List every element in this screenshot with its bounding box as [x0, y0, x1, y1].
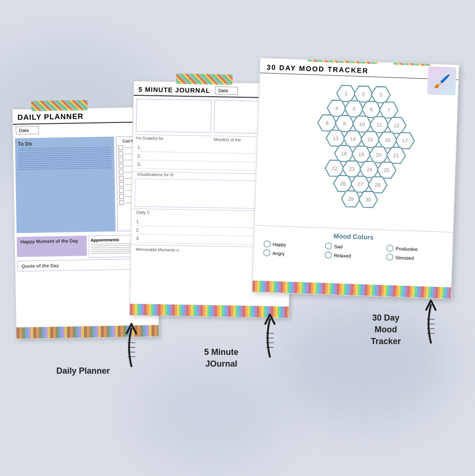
mood-tracker-label-line3: Tracker	[371, 337, 401, 346]
hex-22: 22	[325, 160, 344, 177]
relaxed-label: Relaxed	[334, 253, 351, 258]
hex-15: 15	[360, 131, 380, 147]
svg-text:22: 22	[331, 165, 337, 171]
hex-23: 23	[342, 161, 361, 177]
happy-hex-icon	[263, 240, 271, 248]
mt-mood-angry: Angry	[263, 249, 320, 258]
mt-tape-2	[393, 58, 431, 66]
mt-mood-colors-grid: Happy Sad Productive Angry Relaxed Str	[263, 240, 443, 262]
svg-text:25: 25	[383, 167, 390, 173]
dp-checkbox	[119, 194, 124, 199]
dp-date-label: Date	[15, 126, 38, 135]
relaxed-hex-icon	[324, 251, 332, 259]
hex-3: 3	[371, 86, 391, 103]
dp-checkbox	[119, 170, 123, 175]
hex-grid-svg: 1 2 3 4 5 6	[264, 78, 447, 225]
svg-text:15: 15	[368, 137, 374, 142]
mt-hex-grid: 1 2 3 4 5 6	[254, 73, 458, 232]
dp-happy-moment-section: Happy Moment of the Day	[16, 236, 86, 257]
hex-1: 1	[337, 85, 356, 101]
svg-text:29: 29	[348, 196, 354, 201]
svg-text:27: 27	[357, 181, 363, 187]
hex-24: 24	[360, 161, 379, 177]
dp-checkbox	[118, 146, 123, 150]
svg-marker-63	[264, 249, 270, 256]
dp-todo-section: To Do	[15, 137, 115, 233]
productive-hex-icon	[386, 244, 394, 252]
journal-date-label: Date	[215, 86, 238, 95]
mood-tracker-arrow	[417, 296, 445, 349]
mood-tracker-card: 🖌️ 30 DAY MOOD TRACKER 1 2 3 4	[252, 58, 459, 299]
hex-30: 30	[359, 191, 378, 207]
dp-checkbox	[119, 164, 123, 169]
mt-mood-sad: Sad	[325, 242, 382, 252]
journal-title: 5 MINUTE JOURNAL	[138, 85, 210, 94]
mt-mood-happy: Happy	[263, 240, 320, 249]
svg-text:21: 21	[393, 153, 399, 158]
mt-mood-colors: Mood Colors Happy Sad Productive Angry R	[253, 225, 453, 267]
svg-marker-65	[387, 253, 393, 261]
mood-tracker-label-line2: Mood	[375, 325, 397, 334]
angry-hex-icon	[263, 249, 271, 257]
hex-10: 10	[352, 116, 371, 132]
journal-arrow	[256, 310, 284, 363]
hex-29: 29	[341, 191, 360, 207]
hex-21: 21	[386, 147, 406, 163]
mt-mood-productive-2: Productive	[386, 244, 443, 253]
dp-line	[18, 168, 112, 169]
hex-4: 4	[327, 100, 346, 116]
angry-label: Angry	[272, 250, 284, 256]
hex-17: 17	[395, 132, 414, 149]
svg-marker-61	[325, 243, 331, 250]
journal-box-1	[136, 99, 212, 133]
journal-tape	[176, 74, 232, 85]
svg-text:28: 28	[375, 182, 381, 187]
dp-checkbox	[119, 158, 123, 162]
hex-27: 27	[351, 176, 370, 192]
svg-text:23: 23	[349, 166, 355, 172]
dp-happy-moment-label: Happy Moment of the Day	[21, 238, 78, 254]
hex-18: 18	[334, 145, 353, 161]
hex-12: 12	[387, 117, 406, 133]
dp-lines	[18, 147, 112, 169]
journal-grateful-label: I'm Grateful for	[136, 134, 211, 142]
svg-text:26: 26	[340, 181, 346, 186]
hex-13: 13	[326, 130, 345, 146]
journal-label-line1: 5 Minute	[204, 347, 238, 357]
hex-16: 16	[378, 132, 397, 148]
svg-text:5: 5	[352, 106, 356, 112]
mood-tracker-label: 30 Day Mood Tracker	[371, 312, 401, 348]
mood-tracker-label-line1: 30 Day	[372, 313, 399, 322]
dp-todo-label: To Do	[18, 139, 111, 146]
daily-planner-arrow	[117, 319, 146, 373]
hex-25: 25	[377, 162, 396, 178]
svg-text:12: 12	[394, 123, 400, 128]
svg-text:20: 20	[375, 152, 382, 157]
svg-text:8: 8	[326, 120, 329, 126]
hex-6: 6	[362, 101, 381, 117]
hex-7: 7	[379, 102, 398, 118]
dp-checkbox	[119, 188, 124, 193]
svg-text:17: 17	[402, 138, 408, 143]
svg-text:10: 10	[359, 121, 365, 127]
svg-text:24: 24	[366, 167, 372, 172]
sad-hex-icon	[325, 242, 333, 250]
svg-text:3: 3	[379, 92, 383, 98]
hex-2: 2	[354, 86, 373, 102]
dp-title: DAILY PLANNER	[17, 112, 84, 121]
sad-label: Sad	[334, 244, 343, 249]
dp-tape	[31, 100, 87, 111]
happy-label: Happy	[273, 241, 286, 247]
hex-26: 26	[333, 175, 352, 192]
hex-5: 5	[345, 100, 364, 117]
svg-text:1: 1	[345, 91, 348, 96]
svg-text:7: 7	[387, 107, 391, 113]
svg-text:16: 16	[385, 137, 391, 143]
svg-text:13: 13	[333, 135, 339, 141]
journal-label: 5 Minute JOurnal	[204, 346, 238, 370]
dp-checkbox	[118, 152, 123, 156]
hex-20: 20	[369, 146, 388, 163]
svg-text:2: 2	[362, 91, 365, 97]
stressed-label: Stressed	[395, 255, 414, 261]
hex-19: 19	[352, 146, 371, 162]
